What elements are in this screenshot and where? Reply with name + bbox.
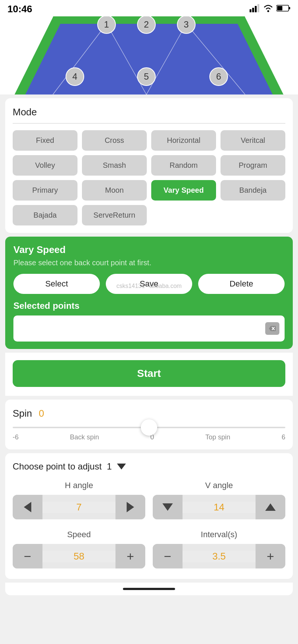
- status-icons: [250, 4, 291, 14]
- interval-increase-button[interactable]: +: [256, 544, 285, 568]
- signal-icon: [250, 4, 260, 14]
- v-angle-increase-button[interactable]: [256, 495, 285, 519]
- h-angle-decrease-button[interactable]: [13, 495, 42, 519]
- svg-text:2: 2: [144, 19, 149, 29]
- selected-points-label: Selected points: [13, 301, 285, 311]
- h-angle-label: H angle: [13, 481, 145, 490]
- mode-btn-vertical[interactable]: Veritcal: [221, 130, 285, 151]
- home-bar: [123, 588, 175, 590]
- tri-up-icon: [265, 503, 276, 511]
- arrow-left-icon: [24, 502, 31, 512]
- wifi-icon: [263, 4, 273, 14]
- mode-btn-bandeja[interactable]: Bandeja: [221, 180, 285, 201]
- speed-value: 58: [42, 551, 115, 562]
- svg-text:4: 4: [72, 71, 77, 81]
- battery-icon: [276, 4, 291, 13]
- mode-btn-cross[interactable]: Cross: [82, 130, 147, 151]
- vary-speed-panel-title: Vary Speed: [13, 244, 285, 256]
- choose-section: Choose point to adjust 1 H angle 7 V ang…: [5, 453, 293, 579]
- svg-rect-0: [250, 9, 251, 12]
- interval-label: Interval(s): [153, 530, 285, 539]
- slider-thumb[interactable]: [141, 419, 157, 436]
- vary-speed-actions: Select Save Delete: [13, 274, 285, 294]
- svg-rect-6: [289, 7, 290, 9]
- arrow-right-icon: [127, 502, 134, 512]
- mode-btn-bajada[interactable]: Bajada: [13, 205, 77, 225]
- svg-rect-3: [257, 4, 259, 12]
- choose-label: Choose point to adjust: [13, 461, 102, 472]
- interval-value: 3.5: [183, 551, 256, 562]
- spin-value: 0: [39, 408, 44, 419]
- selected-points-input[interactable]: [13, 315, 285, 342]
- spin-header: Spin 0: [13, 408, 285, 419]
- mode-btn-vary-speed[interactable]: Vary Speed: [151, 180, 216, 201]
- spin-section: Spin 0 -6 Back spin 0 Top spin 6: [5, 400, 293, 449]
- status-bar: 10:46: [0, 0, 298, 16]
- interval-group: Interval(s) − 3.5 +: [153, 530, 285, 568]
- speed-label: Speed: [13, 530, 145, 539]
- slider-track: [13, 427, 285, 428]
- speed-decrease-button[interactable]: −: [13, 544, 42, 568]
- start-button[interactable]: Start: [13, 360, 285, 387]
- mode-buttons-grid: Fixed Cross Horizontal Veritcal Volley S…: [13, 130, 285, 225]
- svg-marker-29: [269, 326, 276, 331]
- mode-btn-serve-return[interactable]: ServeReturn: [82, 205, 147, 225]
- svg-text:3: 3: [184, 19, 188, 29]
- court-area: 1 2 3 4 5 6: [0, 16, 298, 94]
- vary-speed-panel: Vary Speed Please select one back court …: [5, 237, 293, 349]
- mode-btn-fixed[interactable]: Fixed: [13, 130, 77, 151]
- vary-speed-description: Please select one back court point at fi…: [13, 259, 285, 267]
- speed-interval-row: Speed − 58 + Interval(s) − 3.5 +: [13, 530, 285, 568]
- v-angle-value: 14: [183, 502, 256, 513]
- choose-header: Choose point to adjust 1: [13, 461, 285, 472]
- speed-increase-button[interactable]: +: [115, 544, 145, 568]
- status-time: 10:46: [7, 3, 32, 15]
- interval-control: − 3.5 +: [153, 544, 285, 568]
- mode-title: Mode: [13, 106, 285, 118]
- choose-value: 1: [107, 461, 112, 472]
- v-angle-decrease-button[interactable]: [153, 495, 183, 519]
- select-button[interactable]: Select: [13, 274, 100, 294]
- speed-control: − 58 +: [13, 544, 145, 568]
- delete-button[interactable]: Delete: [198, 274, 285, 294]
- mode-btn-volley[interactable]: Volley: [13, 155, 77, 176]
- h-angle-control: 7: [13, 495, 145, 519]
- v-angle-group: V angle 14: [153, 481, 285, 519]
- svg-text:6: 6: [216, 71, 221, 81]
- mode-btn-smash[interactable]: Smash: [82, 155, 147, 176]
- v-angle-control: 14: [153, 495, 285, 519]
- mode-btn-primary[interactable]: Primary: [13, 180, 77, 201]
- h-angle-value: 7: [42, 502, 115, 513]
- mode-btn-program[interactable]: Program: [221, 155, 285, 176]
- tri-down-icon: [162, 503, 173, 511]
- back-spin-label: Back spin: [70, 433, 99, 441]
- mode-btn-horizontal[interactable]: Horizontal: [151, 130, 216, 151]
- slider-min: -6: [13, 433, 19, 441]
- interval-decrease-button[interactable]: −: [153, 544, 183, 568]
- speed-group: Speed − 58 +: [13, 530, 145, 568]
- svg-text:5: 5: [144, 71, 149, 81]
- svg-rect-1: [252, 8, 254, 12]
- h-angle-increase-button[interactable]: [115, 495, 145, 519]
- svg-rect-2: [255, 6, 257, 12]
- mode-btn-random[interactable]: Random: [151, 155, 216, 176]
- spin-slider[interactable]: [13, 427, 285, 428]
- svg-rect-7: [277, 6, 282, 10]
- mode-section: Mode Fixed Cross Horizontal Veritcal Vol…: [5, 98, 293, 233]
- save-button[interactable]: Save: [106, 274, 192, 294]
- top-spin-label: Top spin: [205, 433, 230, 441]
- slider-max: 6: [282, 433, 285, 441]
- svg-point-4: [267, 10, 269, 12]
- svg-text:1: 1: [104, 19, 109, 29]
- choose-dropdown-arrow[interactable]: [117, 464, 126, 470]
- mode-btn-moon[interactable]: Moon: [82, 180, 147, 201]
- home-indicator: [5, 583, 293, 595]
- v-angle-label: V angle: [153, 481, 285, 490]
- h-angle-group: H angle 7: [13, 481, 145, 519]
- spin-label: Spin: [13, 408, 32, 419]
- angle-row: H angle 7 V angle 14: [13, 481, 285, 519]
- start-container: Start: [5, 353, 293, 396]
- clear-button[interactable]: [265, 322, 279, 335]
